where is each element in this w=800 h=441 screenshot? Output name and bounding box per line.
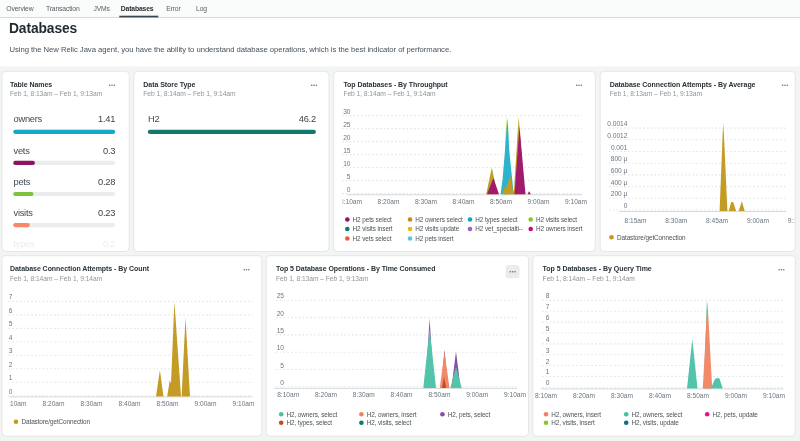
svg-text:800 µ: 800 µ [611, 155, 628, 163]
svg-text:10: 10 [277, 344, 285, 351]
svg-text:25: 25 [343, 121, 351, 128]
svg-text:H2 types select: H2 types select [475, 216, 518, 224]
svg-text:Top Databases - By Throughput: Top Databases - By Throughput [343, 81, 448, 89]
svg-text:Datastore/getConnection: Datastore/getConnection [617, 234, 686, 242]
svg-text:H2, owners, select: H2, owners, select [632, 411, 683, 418]
svg-text:9:10am: 9:10am [763, 392, 786, 399]
svg-text:Database Connection Attempts -: Database Connection Attempts - By Count [10, 265, 150, 273]
svg-text:H2: H2 [148, 114, 159, 124]
svg-text:9:10am: 9:10am [565, 198, 588, 205]
svg-text:Table Names: Table Names [10, 81, 52, 88]
svg-text:15: 15 [277, 327, 285, 334]
svg-text:0: 0 [347, 186, 351, 193]
svg-text:20: 20 [343, 134, 351, 141]
svg-text:Database Connection Attempts -: Database Connection Attempts - By Averag… [610, 81, 756, 89]
svg-text:7: 7 [546, 303, 550, 310]
svg-text:H2, types, select: H2, types, select [287, 419, 333, 427]
svg-text:1: 1 [9, 374, 13, 381]
svg-text:5: 5 [9, 320, 13, 327]
svg-text:JVMs: JVMs [93, 5, 110, 12]
svg-text:400 µ: 400 µ [611, 179, 628, 187]
svg-text:8: 8 [546, 292, 550, 299]
svg-text:8:20am: 8:20am [573, 392, 596, 399]
svg-text:vets: vets [14, 146, 31, 156]
svg-text:types: types [14, 239, 36, 249]
svg-text:0.23: 0.23 [98, 208, 115, 218]
svg-text:0.2: 0.2 [103, 239, 115, 249]
svg-text:8:10am: 8:10am [535, 392, 558, 399]
svg-text:5: 5 [546, 325, 550, 332]
svg-text:9:00am: 9:00am [195, 400, 218, 407]
svg-text:1.41: 1.41 [98, 114, 115, 124]
svg-text:H2 owners insert: H2 owners insert [536, 225, 583, 232]
svg-text:0.001: 0.001 [611, 144, 628, 151]
svg-text:Feb 1, 8:14am – Feb 1, 9:14am: Feb 1, 8:14am – Feb 1, 9:14am [543, 275, 636, 282]
svg-text:Feb 1, 8:14am – Feb 1, 9:14am: Feb 1, 8:14am – Feb 1, 9:14am [143, 90, 236, 97]
svg-text:9:00am: 9:00am [747, 217, 770, 224]
svg-text:2: 2 [546, 358, 550, 365]
svg-text:H2, owners, insert: H2, owners, insert [551, 411, 601, 418]
svg-text:8:20am: 8:20am [43, 400, 66, 407]
svg-text:Feb 1, 8:13am – Feb 1, 9:13am: Feb 1, 8:13am – Feb 1, 9:13am [10, 90, 103, 97]
svg-text:Databases: Databases [121, 5, 154, 12]
svg-text:Data Store Type: Data Store Type [143, 81, 195, 89]
svg-text:20: 20 [277, 310, 285, 317]
svg-text:H2 vet_specialti--: H2 vet_specialti-- [475, 225, 523, 233]
svg-text:0: 0 [9, 388, 13, 395]
svg-text:46.2: 46.2 [299, 114, 316, 124]
svg-text:8:20am: 8:20am [315, 391, 338, 398]
svg-text:6: 6 [546, 314, 550, 321]
svg-text:Top 5 Database Operations - By: Top 5 Database Operations - By Time Cons… [276, 265, 435, 273]
svg-text:9:00am: 9:00am [466, 391, 489, 398]
svg-text:H2, visits, update: H2, visits, update [632, 419, 680, 427]
svg-text:Error: Error [166, 5, 181, 12]
svg-text:H2 visits update: H2 visits update [415, 225, 459, 233]
svg-text:15: 15 [343, 147, 351, 154]
svg-text:10: 10 [343, 160, 351, 167]
svg-text:8:50am: 8:50am [428, 391, 451, 398]
svg-text:H2 visits select: H2 visits select [536, 216, 577, 223]
svg-text:7: 7 [9, 293, 13, 300]
svg-text:9:00am: 9:00am [725, 392, 748, 399]
svg-text:5: 5 [347, 173, 351, 180]
svg-text:Using the New Relic Java agent: Using the New Relic Java agent, you have… [10, 45, 452, 54]
svg-text:9:10am: 9:10am [504, 391, 527, 398]
svg-text:H2 pets insert: H2 pets insert [415, 235, 453, 243]
svg-text:H2 visits insert: H2 visits insert [353, 225, 393, 232]
svg-text:H2, pets, update: H2, pets, update [713, 411, 759, 419]
svg-text:8:45am: 8:45am [706, 217, 729, 224]
svg-text:9:00am: 9:00am [528, 198, 551, 205]
svg-text:Overview: Overview [6, 5, 33, 12]
svg-text:8:30am: 8:30am [665, 217, 688, 224]
svg-text:Feb 1, 8:14am – Feb 1, 9:14am: Feb 1, 8:14am – Feb 1, 9:14am [10, 275, 103, 282]
svg-text:0: 0 [280, 379, 284, 386]
svg-text:1: 1 [546, 368, 550, 375]
svg-text:8:40am: 8:40am [391, 391, 414, 398]
svg-text:H2 pets select: H2 pets select [353, 216, 392, 224]
svg-text:0.0012: 0.0012 [607, 132, 628, 139]
svg-text:8:50am: 8:50am [157, 400, 180, 407]
svg-text:visits: visits [14, 208, 34, 218]
svg-text:H2, pets, select: H2, pets, select [448, 411, 491, 419]
svg-text:owners: owners [14, 114, 43, 124]
svg-text:8:40am: 8:40am [453, 198, 476, 205]
svg-text:8:20am: 8:20am [378, 198, 401, 205]
svg-text:0: 0 [624, 202, 628, 209]
svg-text:2: 2 [9, 361, 13, 368]
svg-text:Feb 1, 8:13am – Feb 1, 9:13am: Feb 1, 8:13am – Feb 1, 9:13am [276, 275, 369, 282]
svg-text:Datastore/getConnection: Datastore/getConnection [22, 418, 91, 426]
svg-text:8:30am: 8:30am [81, 400, 104, 407]
svg-text:8:50am: 8:50am [490, 198, 513, 205]
svg-text:200 µ: 200 µ [611, 190, 628, 198]
svg-text:0: 0 [546, 379, 550, 386]
svg-text:25: 25 [277, 292, 285, 299]
svg-text:H2 owners select: H2 owners select [415, 216, 463, 223]
svg-text:30: 30 [343, 108, 351, 115]
svg-text:8:10am: 8:10am [277, 391, 300, 398]
svg-text:Databases: Databases [9, 21, 78, 36]
svg-text:H2, visits, select: H2, visits, select [367, 419, 412, 426]
svg-text:8:10am: 8:10am [340, 198, 363, 205]
svg-text:4: 4 [9, 334, 13, 341]
svg-text:H2 vets select: H2 vets select [353, 235, 392, 242]
svg-text:pets: pets [14, 177, 31, 187]
